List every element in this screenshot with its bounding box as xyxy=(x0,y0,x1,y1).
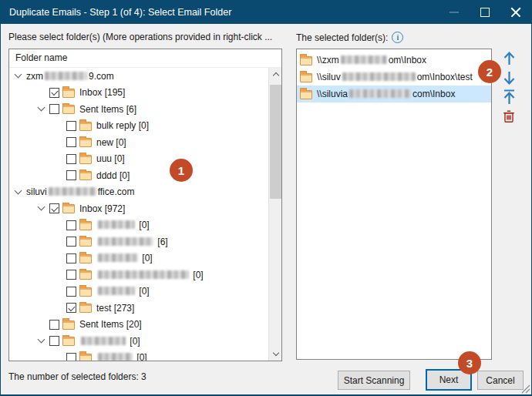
tree-folder-row[interactable]: uuu [0] xyxy=(9,151,268,168)
folder-label: zxm9.com xyxy=(26,71,114,82)
start-scanning-button[interactable]: Start Scanning xyxy=(338,371,410,390)
checkbox-unchecked[interactable] xyxy=(66,237,76,247)
checkbox-checked[interactable] xyxy=(49,88,59,98)
tree-folder-row[interactable]: Inbox [195] xyxy=(9,85,268,102)
folder-label: \\siluvom\Inbox\test xyxy=(317,72,473,82)
checkbox-checked[interactable] xyxy=(66,303,76,313)
redacted-text xyxy=(342,72,416,81)
maximize-button[interactable] xyxy=(470,1,500,24)
scroll-up-icon[interactable] xyxy=(269,68,282,81)
tree-folder-row[interactable]: new [0] xyxy=(9,134,268,151)
checkbox-unchecked[interactable] xyxy=(66,287,76,297)
folder-icon xyxy=(79,237,92,247)
chevron-down-icon[interactable] xyxy=(37,207,49,210)
folder-label: uuu [0] xyxy=(96,153,125,164)
chevron-down-icon[interactable] xyxy=(14,191,26,193)
tree-folder-row[interactable]: [0] xyxy=(9,284,268,300)
minimize-button xyxy=(439,1,470,24)
chevron-down-icon[interactable] xyxy=(14,75,26,77)
checkbox-unchecked[interactable] xyxy=(49,320,59,330)
cancel-button[interactable]: Cancel xyxy=(477,371,524,390)
arrow-up-icon xyxy=(503,51,516,66)
folder-label: Sent Items [20] xyxy=(79,319,142,330)
chevron-down-icon[interactable] xyxy=(37,108,49,110)
checkbox-unchecked[interactable] xyxy=(66,270,76,280)
folder-label: [0] xyxy=(96,253,153,263)
scrollbar-thumb[interactable] xyxy=(270,85,281,199)
folder-label: \\zxmom\Inbox xyxy=(317,55,426,65)
checkbox-unchecked[interactable] xyxy=(66,170,76,180)
tree-folder-row[interactable]: Inbox [972] xyxy=(9,200,268,217)
redacted-text xyxy=(45,72,87,80)
chevron-down-icon[interactable] xyxy=(37,340,49,342)
move-top-button[interactable] xyxy=(500,89,517,105)
resize-grip[interactable] xyxy=(521,384,530,394)
tree-folder-row[interactable]: [0] xyxy=(9,250,268,267)
tree-scrollbar[interactable] xyxy=(268,68,281,361)
folder-tree: zxm9.comInbox [195]Sent Items [6]bulk re… xyxy=(9,68,268,361)
delete-button[interactable] xyxy=(500,108,517,124)
tree-account-row[interactable]: zxm9.com xyxy=(9,68,268,85)
tree-folder-row[interactable]: [6] xyxy=(9,233,268,250)
checkbox-unchecked[interactable] xyxy=(66,137,76,147)
checkbox-unchecked[interactable] xyxy=(66,154,76,164)
scroll-down-icon[interactable] xyxy=(269,347,282,361)
move-up-button[interactable] xyxy=(500,50,517,66)
checkbox-unchecked[interactable] xyxy=(66,220,76,230)
folder-icon xyxy=(79,155,92,164)
folder-label: bulk reply [0] xyxy=(96,120,149,131)
tree-folder-row[interactable]: [0] xyxy=(9,350,268,361)
folder-label: [0] xyxy=(96,220,150,230)
folder-icon xyxy=(62,337,75,346)
folder-icon xyxy=(300,90,312,99)
close-button[interactable] xyxy=(500,1,531,24)
folder-label: test [273] xyxy=(96,303,134,314)
folder-icon xyxy=(79,270,92,280)
folder-label: [0] xyxy=(79,336,140,347)
folder-label: [0] xyxy=(96,352,147,361)
folder-icon xyxy=(79,171,92,180)
folder-icon xyxy=(79,221,92,230)
right-instruction: The selected folder(s): xyxy=(296,32,388,43)
tree-folder-row[interactable]: Sent Items [6] xyxy=(9,101,268,118)
redacted-text xyxy=(49,187,96,196)
checkbox-checked[interactable] xyxy=(49,203,59,213)
folder-label: [0] xyxy=(96,286,150,297)
checkbox-unchecked[interactable] xyxy=(49,104,59,114)
folder-label: \\siluviacom\Inbox xyxy=(317,89,455,99)
move-down-button[interactable] xyxy=(500,69,517,86)
tree-folder-row[interactable]: [0] xyxy=(9,217,268,234)
folder-label: Inbox [972] xyxy=(79,203,125,214)
redacted-text xyxy=(81,337,126,345)
selected-folder-item[interactable]: \\siluvom\Inbox\test xyxy=(297,69,491,86)
tree-folder-row[interactable]: bulk reply [0] xyxy=(9,118,268,135)
redacted-text xyxy=(349,89,411,98)
redacted-text xyxy=(341,55,387,64)
folder-label: Inbox [195] xyxy=(79,87,125,98)
folder-label: dddd [0] xyxy=(96,170,130,181)
tree-folder-row[interactable]: test [273] xyxy=(9,300,268,317)
arrow-to-top-icon xyxy=(503,89,516,105)
checkbox-unchecked[interactable] xyxy=(49,336,59,346)
list-toolbar xyxy=(500,50,517,124)
redacted-text xyxy=(98,220,135,229)
folder-label: Sent Items [6] xyxy=(79,104,136,115)
info-icon[interactable]: i xyxy=(392,32,403,43)
tree-account-row[interactable]: siluviffice.com xyxy=(9,184,268,201)
folder-icon xyxy=(300,73,312,82)
checkbox-unchecked[interactable] xyxy=(66,353,76,361)
folder-tree-panel: Folder name zxm9.comInbox [195]Sent Item… xyxy=(8,49,282,361)
tree-folder-row[interactable]: Sent Items [20] xyxy=(9,317,268,334)
minimize-icon xyxy=(450,12,459,13)
folder-label: [6] xyxy=(96,237,168,247)
folder-icon xyxy=(79,304,92,313)
checkbox-unchecked[interactable] xyxy=(66,253,76,263)
selected-folder-item[interactable]: \\zxmom\Inbox xyxy=(297,52,491,69)
checkbox-unchecked[interactable] xyxy=(66,121,76,131)
tree-folder-row[interactable]: [0] xyxy=(9,333,268,350)
selected-folder-item[interactable]: \\siluviacom\Inbox xyxy=(297,86,491,102)
folder-icon xyxy=(62,89,75,98)
tree-folder-row[interactable]: [0] xyxy=(9,267,268,284)
trash-icon xyxy=(503,109,515,123)
tree-folder-row[interactable]: dddd [0] xyxy=(9,167,268,184)
